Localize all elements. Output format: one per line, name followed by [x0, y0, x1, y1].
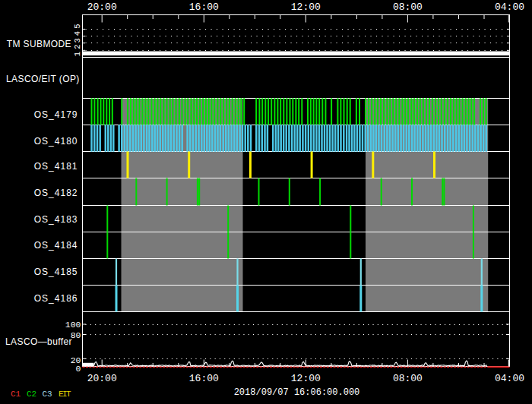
svg-text:5: 5: [73, 24, 82, 28]
svg-text:100: 100: [65, 320, 81, 330]
svg-text:EIT: EIT: [59, 390, 71, 399]
svg-text:16:00: 16:00: [189, 373, 219, 384]
svg-text:20:00: 20:00: [87, 2, 117, 13]
svg-text:20:00: 20:00: [87, 373, 117, 384]
svg-text:C2: C2: [27, 390, 36, 399]
svg-text:16:00: 16:00: [189, 2, 219, 13]
svg-text:12:00: 12:00: [291, 373, 321, 384]
svg-text:OS_4183: OS_4183: [34, 214, 78, 225]
svg-text:C1: C1: [11, 390, 21, 399]
svg-text:04:00: 04:00: [495, 373, 524, 384]
svg-text:OS_4180: OS_4180: [34, 136, 78, 147]
svg-text:OS_4184: OS_4184: [34, 240, 78, 251]
svg-text:04:00: 04:00: [495, 2, 524, 13]
svg-text:C3: C3: [43, 390, 52, 399]
svg-text:12:00: 12:00: [291, 2, 321, 13]
svg-text:TM SUBMODE: TM SUBMODE: [7, 39, 71, 49]
svg-text:LASCO/EIT (OP): LASCO/EIT (OP): [6, 74, 80, 84]
svg-text:4: 4: [73, 31, 82, 36]
svg-text:LASCO—buffer: LASCO—buffer: [5, 336, 72, 347]
svg-text:08:00: 08:00: [393, 2, 423, 13]
svg-text:80: 80: [71, 330, 81, 340]
svg-text:OS_4179: OS_4179: [34, 109, 78, 120]
svg-text:OS_4185: OS_4185: [34, 267, 78, 277]
svg-text:08:00: 08:00: [393, 373, 423, 384]
svg-text:3: 3: [73, 38, 82, 43]
svg-text:2: 2: [73, 45, 82, 49]
svg-text:OS_4182: OS_4182: [34, 188, 78, 198]
svg-text:OS_4186: OS_4186: [34, 293, 78, 304]
svg-text:0: 0: [76, 364, 81, 374]
svg-text:1: 1: [73, 52, 82, 56]
svg-text:2018/09/07 16:06:00.000: 2018/09/07 16:06:00.000: [234, 387, 360, 398]
svg-text:OS_4181: OS_4181: [34, 161, 78, 172]
